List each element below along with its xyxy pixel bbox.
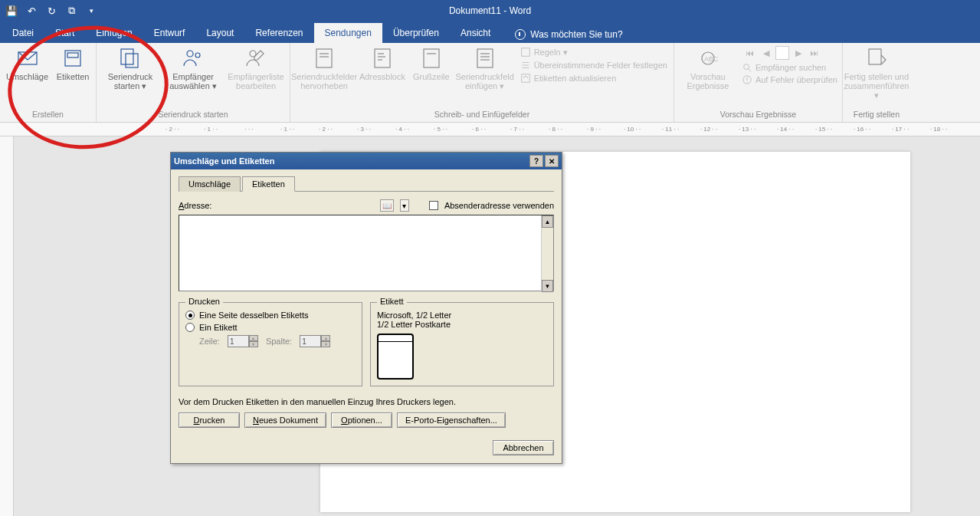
undo-icon[interactable]: ↶: [23, 2, 40, 19]
scroll-down-icon[interactable]: ▼: [542, 280, 553, 292]
group-label-seriendruck: Seriendruck starten: [100, 108, 287, 122]
etiketten-aktualisieren-button: Etiketten aktualisieren: [519, 72, 669, 84]
spin-down-icon: ▾: [321, 341, 330, 347]
recipients-icon: [181, 46, 205, 71]
svg-rect-22: [521, 74, 529, 83]
svg-rect-15: [424, 49, 439, 67]
quick-access-toolbar: 💾 ↶ ↻ ⧉ ▾: [3, 2, 100, 19]
tab-sendungen[interactable]: Sendungen: [314, 23, 382, 43]
etikett-legend: Etikett: [377, 297, 407, 306]
group-fertig: Fertig stellen und zusammenführen ▾ Fert…: [843, 43, 910, 122]
spin-down-icon: ▾: [249, 341, 258, 347]
addressbook-icon[interactable]: 📖: [380, 199, 394, 212]
umschlaege-button[interactable]: Umschläge: [3, 44, 51, 83]
absender-label: Absenderadresse verwenden: [444, 201, 554, 210]
dialog-hint: Vor dem Drucken Etiketten in den manuell…: [179, 397, 554, 406]
scroll-up-icon[interactable]: ▲: [542, 215, 553, 228]
radio-ein-etikett[interactable]: [185, 323, 195, 332]
opt-ein-label: Ein Etikett: [199, 323, 238, 332]
radio-ganze-seite[interactable]: [185, 311, 195, 320]
spin-up-icon: ▴: [321, 335, 330, 341]
insert-field-icon: [473, 46, 497, 71]
first-record-icon: ⏮: [743, 46, 757, 60]
mailmerge-icon: [118, 46, 143, 71]
empfaenger-suchen-button: Empfänger suchen: [740, 61, 839, 74]
dialog-help-button[interactable]: ?: [529, 155, 543, 167]
svg-point-25: [744, 64, 749, 70]
adresse-textarea[interactable]: [179, 215, 554, 291]
recipients-edit-icon: [244, 46, 268, 71]
dialog-titlebar[interactable]: Umschläge und Etiketten ? ✕: [171, 153, 562, 169]
zeile-label: Zeile:: [199, 337, 220, 346]
etikett-groupbox[interactable]: Etikett Microsoft, 1/2 Letter 1/2 Letter…: [370, 302, 554, 386]
abbrechen-button[interactable]: Abbrechen: [493, 440, 554, 455]
spalte-spinner: ▴▾: [300, 335, 330, 347]
svg-point-5: [187, 51, 193, 57]
grusszeile-button: Grußzeile: [410, 44, 453, 83]
feld-einfuegen-button: Seriendruckfeld einfügen ▾: [454, 44, 516, 93]
label-icon: [61, 46, 85, 71]
save-icon[interactable]: 💾: [3, 2, 20, 19]
ruler-vertical: [0, 136, 14, 516]
tab-layout[interactable]: Layout: [195, 23, 244, 43]
envelope-icon: [15, 46, 40, 71]
highlight-fields-icon: [312, 46, 336, 71]
absender-checkbox[interactable]: [429, 201, 438, 210]
etiketten-button[interactable]: Etiketten: [53, 44, 93, 83]
addressbook-dropdown-icon[interactable]: ▾: [400, 199, 409, 212]
adresse-label: Adresse:: [179, 201, 211, 210]
preview-icon: ABC: [696, 46, 720, 71]
svg-text:ABC: ABC: [704, 55, 719, 63]
tab-einfuegen[interactable]: Einfügen: [85, 23, 143, 43]
opt-seite-label: Eine Seite desselben Etiketts: [199, 311, 308, 320]
finish-merge-icon: [864, 46, 889, 71]
tab-referenzen[interactable]: Referenzen: [244, 23, 313, 43]
ribbon-tabs: Datei Start Einfügen Entwurf Layout Refe…: [0, 21, 980, 43]
felder-hervorheben-button: Seriendruckfelder hervorheben: [293, 44, 355, 92]
qat-more-icon[interactable]: ▾: [83, 2, 100, 19]
group-label-fertig: Fertig stellen: [846, 108, 907, 122]
group-label-erstellen: Erstellen: [3, 108, 93, 122]
svg-rect-3: [121, 49, 133, 64]
drucken-legend: Drucken: [185, 297, 223, 306]
tab-datei[interactable]: Datei: [2, 23, 44, 43]
vorschau-button: ABC Vorschau Ergebnisse: [677, 44, 739, 92]
group-seriendruck: Seriendruck starten ▾ Empfänger auswähle…: [97, 43, 290, 122]
ribbon: Umschläge Etiketten Erstellen Seriendruc…: [0, 43, 980, 123]
svg-rect-27: [869, 49, 881, 64]
fertig-stellen-button: Fertig stellen und zusammenführen ▾: [846, 44, 907, 102]
match-fields-button: Übereinstimmende Felder festlegen: [519, 59, 669, 71]
title-bar: 💾 ↶ ↻ ⧉ ▾ Dokument11 - Word: [0, 0, 980, 21]
empfaenger-auswaehlen-button[interactable]: Empfänger auswählen ▾: [162, 44, 224, 93]
textarea-scrollbar[interactable]: ▲ ▼: [541, 215, 553, 292]
group-vorschau: ABC Vorschau Ergebnisse ⏮ ◀ ▶ ⏭ Empfänge…: [674, 43, 843, 122]
drucken-groupbox: Drucken Eine Seite desselben Etiketts Ei…: [179, 302, 362, 386]
seriendruck-starten-button[interactable]: Seriendruck starten ▾: [100, 44, 161, 93]
tab-ueberpruefen[interactable]: Überprüfen: [382, 23, 450, 43]
eporto-button[interactable]: E-Porto-Eigenschaften...: [397, 412, 506, 428]
fehler-pruefen-button: Auf Fehler überprüfen: [740, 74, 839, 86]
last-record-icon: ⏭: [808, 46, 821, 60]
optionen-button[interactable]: Optionen...: [331, 412, 392, 428]
ruler-horizontal: · 2 · ·· 1 · ·· · ·· 1 · ·· 2 · ·· 3 · ·…: [0, 123, 980, 136]
tell-me-search[interactable]: Was möchten Sie tun?: [509, 26, 628, 43]
next-record-icon: ▶: [792, 46, 805, 60]
greeting-icon: [419, 46, 444, 71]
dialog-close-button[interactable]: ✕: [545, 155, 559, 167]
tab-start[interactable]: Start: [44, 23, 85, 43]
dlg-tab-etiketten[interactable]: Etiketten: [242, 176, 295, 192]
tab-ansicht[interactable]: Ansicht: [450, 23, 501, 43]
tell-me-label: Was möchten Sie tun?: [530, 29, 622, 40]
drucken-button[interactable]: Drucken: [179, 412, 240, 428]
neues-dokument-button[interactable]: Neues Dokument: [244, 412, 326, 428]
tab-entwurf[interactable]: Entwurf: [143, 23, 196, 43]
touch-mode-icon[interactable]: ⧉: [63, 2, 80, 19]
group-label-vorschau: Vorschau Ergebnisse: [677, 108, 839, 122]
adressblock-button: Adressblock: [356, 44, 408, 83]
redo-icon[interactable]: ↻: [43, 2, 60, 19]
dialog-title-text: Umschläge und Etiketten: [174, 156, 274, 166]
zeile-spinner: ▴▾: [228, 335, 258, 347]
empfaengerliste-button: Empfängerliste bearbeiten: [225, 44, 287, 92]
dlg-tab-umschlaege[interactable]: Umschläge: [179, 176, 241, 192]
svg-point-6: [195, 53, 200, 58]
